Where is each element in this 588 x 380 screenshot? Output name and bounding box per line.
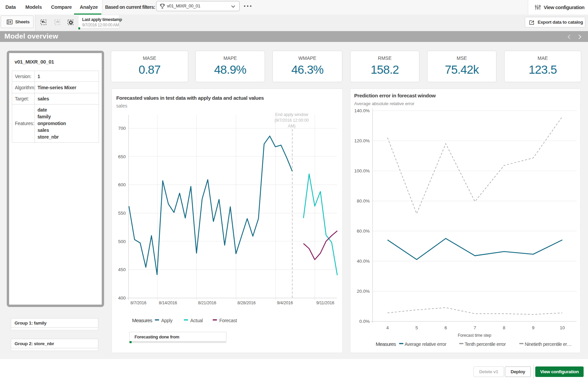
- svg-text:40.0%: 40.0%: [357, 259, 370, 264]
- svg-text:0.0%: 0.0%: [359, 319, 370, 324]
- svg-text:Forecast time step: Forecast time step: [458, 333, 491, 338]
- svg-text:Measures: Measures: [132, 317, 152, 323]
- svg-text:Prediction error in forecast w: Prediction error in forecast window: [354, 93, 436, 98]
- svg-text:140.0%: 140.0%: [354, 108, 370, 113]
- svg-text:100.0%: 100.0%: [354, 168, 370, 173]
- svg-text:sales: sales: [116, 103, 127, 109]
- svg-text:10: 10: [560, 325, 565, 330]
- svg-text:Forecast: Forecast: [219, 318, 237, 323]
- svg-text:9/11/2016: 9/11/2016: [316, 301, 334, 305]
- svg-text:550: 550: [118, 211, 126, 216]
- svg-text:Average relative error: Average relative error: [405, 341, 446, 347]
- svg-text:Apply: Apply: [161, 318, 173, 323]
- svg-text:450: 450: [118, 267, 126, 272]
- svg-text:8/7/2016: 8/7/2016: [130, 301, 146, 305]
- svg-text:8/14/2016: 8/14/2016: [159, 301, 177, 305]
- svg-text:80.0%: 80.0%: [357, 198, 370, 204]
- svg-text:Forecasting done from: Forecasting done from: [134, 334, 179, 339]
- svg-text:700: 700: [118, 126, 126, 131]
- svg-text:Measures: Measures: [376, 341, 396, 347]
- svg-text:400: 400: [118, 295, 126, 301]
- svg-text:5: 5: [415, 325, 418, 330]
- svg-text:20.0%: 20.0%: [357, 289, 370, 294]
- svg-text:8/21/2016: 8/21/2016: [198, 301, 216, 305]
- svg-text:Forecasted values in test data: Forecasted values in test data with appl…: [116, 95, 264, 101]
- svg-text:End apply window: End apply window: [275, 112, 309, 117]
- svg-text:AM): AM): [288, 124, 295, 128]
- svg-text:8/28/2016: 8/28/2016: [238, 301, 256, 305]
- svg-text:120.0%: 120.0%: [354, 138, 370, 143]
- svg-text:Average absolute relative erro: Average absolute relative error: [354, 101, 415, 106]
- svg-text:500: 500: [118, 239, 126, 244]
- svg-text:9/4/2016: 9/4/2016: [277, 301, 293, 305]
- svg-text:60.0%: 60.0%: [357, 229, 370, 234]
- svg-text:4: 4: [386, 325, 389, 330]
- svg-text:600: 600: [118, 182, 126, 187]
- svg-text:8: 8: [503, 325, 506, 330]
- svg-text:7: 7: [474, 325, 476, 330]
- svg-text:Tenth percentile error: Tenth percentile error: [465, 341, 506, 347]
- svg-text:650: 650: [118, 154, 126, 159]
- svg-text:6: 6: [444, 325, 447, 330]
- svg-text:9: 9: [532, 325, 535, 330]
- svg-text:Actual: Actual: [190, 318, 203, 323]
- svg-text:(9/7/2016 12:00:00: (9/7/2016 12:00:00: [274, 118, 309, 123]
- svg-text:Ninetieth percentile er…: Ninetieth percentile er…: [525, 341, 571, 347]
